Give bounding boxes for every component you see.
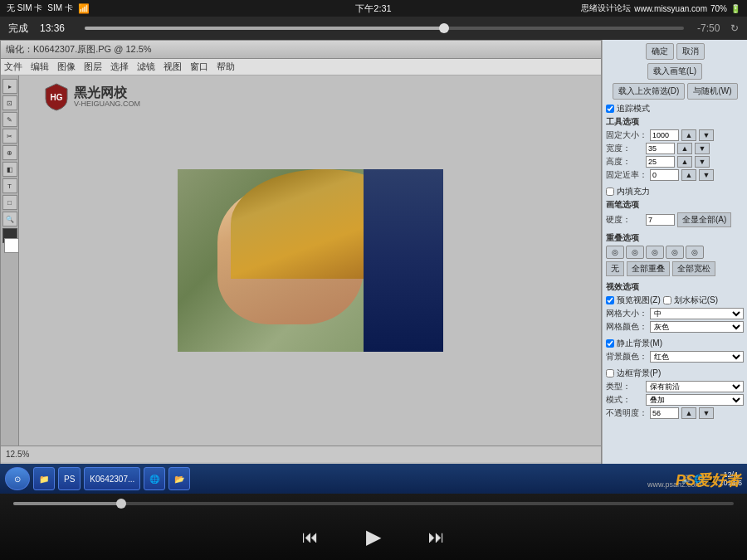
border-header-row: 边框背景(P) xyxy=(606,368,744,379)
cancel-button[interactable]: 取消 xyxy=(676,43,705,60)
menu-layer[interactable]: 图层 xyxy=(84,61,102,73)
tool-text[interactable]: T xyxy=(2,178,17,193)
menu-edit[interactable]: 编辑 xyxy=(31,61,49,73)
circle-btns: ◎ ◎ ◎ ◎ ◎ xyxy=(606,246,744,259)
tracking-checkbox[interactable] xyxy=(606,105,614,113)
menu-help[interactable]: 帮助 xyxy=(217,61,235,73)
circle-btn-1[interactable]: ◎ xyxy=(606,246,624,259)
browser-button[interactable]: 🌐 xyxy=(144,467,165,490)
ps-toolbar: ▸ ⊡ ✎ ✂ ⊕ ◧ T □ 🔍 xyxy=(1,75,19,446)
tool-shape[interactable]: □ xyxy=(2,195,17,210)
height-input[interactable] xyxy=(646,156,675,168)
border-type-label: 类型： xyxy=(606,381,643,392)
circle-btn-2[interactable]: ◎ xyxy=(626,246,644,259)
rate-up[interactable]: ▲ xyxy=(681,169,696,181)
suit-element xyxy=(364,169,443,352)
tool-color-bg[interactable] xyxy=(4,238,19,253)
tool-select[interactable]: ▸ xyxy=(2,79,17,94)
fixed-size-down[interactable]: ▼ xyxy=(699,129,714,141)
width-up[interactable]: ▲ xyxy=(677,143,692,154)
media-progress-thumb[interactable] xyxy=(116,499,126,509)
border-checkbox[interactable] xyxy=(606,369,614,377)
height-up[interactable]: ▲ xyxy=(677,156,692,168)
tool-clone[interactable]: ✂ xyxy=(2,129,17,144)
tool-brush[interactable]: ✎ xyxy=(2,112,17,127)
start-button[interactable]: ⊙ xyxy=(5,467,30,490)
grid-color-dropdown[interactable]: 灰色黑色白色 xyxy=(650,321,744,333)
progress-track[interactable] xyxy=(85,27,684,30)
menu-window[interactable]: 窗口 xyxy=(190,61,208,73)
progress-thumb[interactable] xyxy=(439,23,449,33)
border-mode-dropdown[interactable]: 叠加 xyxy=(646,394,744,406)
opacity-row: 不透明度： ▲ ▼ xyxy=(606,407,744,419)
grid-size-label: 网格大小： xyxy=(606,308,647,319)
border-section: 边框背景(P) 类型： 保有前沿 模式： 叠加 不透明度： ▲ ▼ xyxy=(606,368,744,419)
full-brush-button[interactable]: 全显全部(A) xyxy=(677,212,731,227)
menu-image[interactable]: 图像 xyxy=(57,61,76,73)
svg-text:HG: HG xyxy=(51,93,63,102)
static-bg-checkbox[interactable] xyxy=(606,339,614,348)
menu-filter[interactable]: 滤镜 xyxy=(137,61,155,73)
no-repeat-button[interactable]: 无 xyxy=(606,261,624,276)
rewind-icon: ⏮ xyxy=(302,528,319,547)
tabs-row: 载入画笔(L) xyxy=(606,63,744,80)
load-last-tab[interactable]: 载入上次筛选(D) xyxy=(613,83,686,100)
wifi-icon: 📶 xyxy=(78,3,90,14)
ps-label: PS xyxy=(64,475,75,484)
all-relaxed-button[interactable]: 全部宽松 xyxy=(672,261,715,276)
load-brush-tab[interactable]: 载入画笔(L) xyxy=(647,63,702,80)
width-down[interactable]: ▼ xyxy=(695,143,710,154)
ps-title-text: 编化：K0642307.原图.PG @ 12.5% xyxy=(6,43,152,56)
image-content xyxy=(178,169,443,352)
circle-btn-4[interactable]: ◎ xyxy=(666,246,684,259)
menu-select[interactable]: 选择 xyxy=(110,61,129,73)
random-tab[interactable]: 与随机(W) xyxy=(687,83,737,100)
rewind-button[interactable]: ⏮ xyxy=(295,522,325,552)
tool-gradient[interactable]: ◧ xyxy=(2,162,17,177)
watermark-checkbox[interactable] xyxy=(663,296,671,304)
all-repeat-button[interactable]: 全部重叠 xyxy=(627,261,670,276)
inner-pressure-checkbox[interactable] xyxy=(606,187,614,196)
fixed-size-label: 固定大小： xyxy=(606,129,647,141)
battery-icon: 🔋 xyxy=(730,4,740,13)
ps-file-button[interactable]: K0642307... xyxy=(84,467,140,490)
play-button[interactable]: ▶ xyxy=(359,522,388,552)
opacity-down[interactable]: ▼ xyxy=(699,407,714,419)
status-bar: 无 SIM 卡 SIM 卡 📶 下午2:31 思绪设计论坛 www.missyu… xyxy=(0,0,747,17)
preview-checkbox[interactable] xyxy=(606,296,614,304)
tabs-row2: 载入上次筛选(D) 与随机(W) xyxy=(606,83,744,100)
circle-btn-3[interactable]: ◎ xyxy=(646,246,664,259)
hardness-input[interactable] xyxy=(646,214,675,226)
arrow-icon: ↻ xyxy=(730,22,739,34)
hardness-row: 硬度： 全显全部(A) xyxy=(606,212,744,227)
play-icon: ▶ xyxy=(366,525,381,548)
rate-down[interactable]: ▼ xyxy=(699,169,714,181)
tracking-label: 追踪模式 xyxy=(617,103,650,114)
bg-color-row: 背景颜色： 红色蓝色绿色 xyxy=(606,351,744,363)
fixed-size-up[interactable]: ▲ xyxy=(681,129,696,141)
confirm-cancel-row: 确定 取消 xyxy=(606,43,744,60)
tool-heal[interactable]: ⊕ xyxy=(2,145,17,160)
border-mode-label: 模式： xyxy=(606,394,643,406)
fixed-size-input[interactable] xyxy=(650,129,679,141)
menu-file[interactable]: 文件 xyxy=(4,61,22,73)
menu-view[interactable]: 视图 xyxy=(164,61,182,73)
ps-app-button[interactable]: PS xyxy=(58,467,81,490)
tool-zoom[interactable]: 🔍 xyxy=(2,212,17,226)
bg-color-dropdown[interactable]: 红色蓝色绿色 xyxy=(650,351,744,363)
circle-btn-5[interactable]: ◎ xyxy=(686,246,704,259)
opacity-input[interactable] xyxy=(650,407,679,419)
file-explorer-button[interactable]: 📁 xyxy=(33,467,55,490)
height-down[interactable]: ▼ xyxy=(695,156,710,168)
tool-crop[interactable]: ⊡ xyxy=(2,95,17,110)
confirm-button[interactable]: 确定 xyxy=(646,43,674,60)
grid-size-dropdown[interactable]: 中小大 xyxy=(650,308,744,319)
grid-color-label: 网格颜色： xyxy=(606,321,647,333)
forward-button[interactable]: ⏭ xyxy=(422,522,452,552)
media-progress-track[interactable] xyxy=(13,502,734,505)
width-input[interactable] xyxy=(646,143,675,154)
folder-button[interactable]: 📂 xyxy=(168,467,190,490)
border-type-dropdown[interactable]: 保有前沿 xyxy=(646,381,744,392)
fixed-rate-input[interactable] xyxy=(650,169,679,181)
opacity-up[interactable]: ▲ xyxy=(681,407,696,419)
